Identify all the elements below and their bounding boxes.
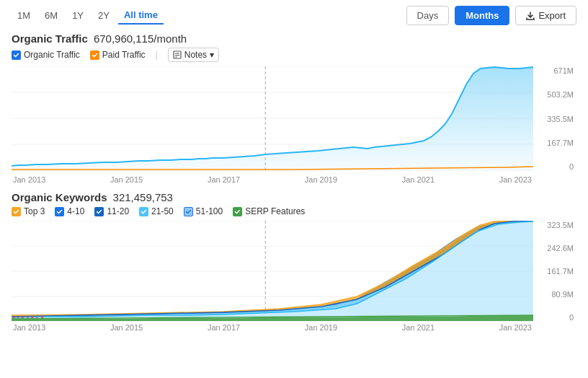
11-20-label: 11-20 [107, 206, 129, 216]
top3-label: Top 3 [24, 206, 45, 216]
notes-label: Notes [184, 50, 207, 60]
x1-jan2017: Jan 2017 [208, 175, 240, 184]
y1-label-0: 0 [537, 162, 574, 171]
notes-button[interactable]: Notes ▾ [168, 48, 219, 62]
chart1-container [12, 66, 533, 171]
x1-jan2013: Jan 2013 [13, 175, 45, 184]
y2-label-4: 323.5M [537, 221, 574, 229]
export-label: Export [538, 10, 566, 21]
months-button[interactable]: Months [455, 6, 509, 25]
time-1m[interactable]: 1M [12, 7, 36, 24]
svg-rect-21 [36, 317, 37, 318]
y2-label-2: 161.7M [537, 267, 574, 276]
y2-label-0: 0 [537, 313, 574, 322]
organic-keywords-chart [12, 221, 533, 322]
x2-jan2019: Jan 2019 [305, 323, 337, 332]
4-10-label: 4-10 [67, 206, 84, 216]
time-range-left: 1M 6M 1Y 2Y All time [12, 6, 164, 25]
top3-check[interactable] [12, 207, 21, 216]
export-button[interactable]: Export [515, 6, 576, 25]
legend-21-50: 21-50 [139, 206, 174, 216]
legend-organic: Organic Traffic [12, 50, 80, 60]
x1-jan2023: Jan 2023 [499, 175, 532, 184]
organic-label: Organic Traffic [24, 50, 80, 60]
serp-check[interactable] [233, 207, 242, 216]
chart1-y-axis: 671M 503.2M 335.5M 167.7M 0 [537, 66, 576, 171]
time-all[interactable]: All time [118, 6, 164, 25]
51-100-check[interactable] [184, 207, 193, 216]
time-range-right: Days Months Export [406, 6, 576, 25]
organic-keywords-section: Organic Keywords 321,459,753 Top 3 4-10 [12, 191, 576, 332]
chart2-container [12, 221, 533, 322]
organic-keywords-header: Organic Keywords 321,459,753 [12, 191, 576, 203]
legend-paid: Paid Traffic [90, 50, 146, 60]
notes-chevron: ▾ [210, 50, 214, 60]
chart2-x-axis: Jan 2013 Jan 2015 Jan 2017 Jan 2019 Jan … [12, 323, 533, 332]
chart2-y-axis: 323.5M 242.6M 161.7M 80.9M 0 [537, 221, 576, 322]
y2-label-1: 80.9M [537, 290, 574, 299]
legend-divider: | [156, 50, 158, 60]
organic-keywords-legend: Top 3 4-10 11-20 21-50 [12, 206, 576, 216]
organic-traffic-value: 670,960,115/month [94, 32, 187, 45]
51-100-label: 51-100 [196, 206, 223, 216]
svg-rect-18 [22, 316, 24, 318]
4-10-check[interactable] [55, 207, 64, 216]
y1-label-3: 503.2M [537, 90, 574, 99]
organic-traffic-title: Organic Traffic [12, 32, 88, 45]
time-6m[interactable]: 6M [39, 7, 63, 24]
organic-traffic-header: Organic Traffic 670,960,115/month [12, 32, 576, 45]
organic-traffic-chart [12, 66, 533, 171]
y1-label-4: 671M [537, 66, 574, 75]
x2-jan2017: Jan 2017 [208, 323, 240, 332]
y1-label-1: 167.7M [537, 139, 574, 147]
x1-jan2015: Jan 2015 [110, 175, 143, 184]
x1-jan2019: Jan 2019 [305, 175, 337, 184]
y1-label-2: 335.5M [537, 115, 574, 123]
time-range-bar: 1M 6M 1Y 2Y All time Days Months Export [12, 6, 576, 25]
organic-keywords-chart-wrapper: 323.5M 242.6M 161.7M 80.9M 0 [12, 221, 576, 322]
svg-rect-20 [31, 316, 33, 318]
legend-11-20: 11-20 [94, 206, 129, 216]
paid-check[interactable] [90, 50, 99, 60]
x2-jan2015: Jan 2015 [110, 323, 143, 332]
legend-51-100: 51-100 [184, 206, 223, 216]
paid-label: Paid Traffic [102, 50, 146, 60]
svg-rect-22 [41, 316, 43, 318]
organic-check[interactable] [12, 50, 21, 60]
legend-serp: SERP Features [233, 206, 305, 216]
time-2y[interactable]: 2Y [92, 7, 115, 24]
organic-traffic-chart-wrapper: 671M 503.2M 335.5M 167.7M 0 [12, 66, 576, 171]
21-50-label: 21-50 [151, 206, 174, 216]
chart1-svg [12, 66, 533, 171]
x1-jan2021: Jan 2021 [402, 175, 435, 184]
chart1-x-axis: Jan 2013 Jan 2015 Jan 2017 Jan 2019 Jan … [12, 175, 533, 184]
organic-traffic-section: Organic Traffic 670,960,115/month Organi… [12, 32, 576, 184]
y2-label-3: 242.6M [537, 244, 574, 252]
x2-jan2023: Jan 2023 [499, 323, 532, 332]
serp-label: SERP Features [245, 206, 305, 216]
x2-jan2021: Jan 2021 [402, 323, 435, 332]
days-button[interactable]: Days [406, 6, 450, 25]
organic-keywords-value: 321,459,753 [113, 191, 173, 203]
export-icon [526, 12, 535, 20]
chart2-svg [12, 221, 533, 322]
svg-rect-16 [13, 316, 15, 318]
21-50-check[interactable] [139, 207, 148, 216]
svg-rect-17 [17, 317, 19, 318]
organic-traffic-legend: Organic Traffic Paid Traffic | Notes ▾ [12, 48, 576, 62]
organic-keywords-title: Organic Keywords [12, 191, 107, 203]
notes-icon [173, 50, 182, 59]
svg-rect-19 [27, 317, 29, 318]
time-1y[interactable]: 1Y [66, 7, 89, 24]
legend-4-10: 4-10 [55, 206, 84, 216]
x2-jan2013: Jan 2013 [13, 323, 45, 332]
legend-top3: Top 3 [12, 206, 45, 216]
11-20-check[interactable] [94, 207, 104, 216]
